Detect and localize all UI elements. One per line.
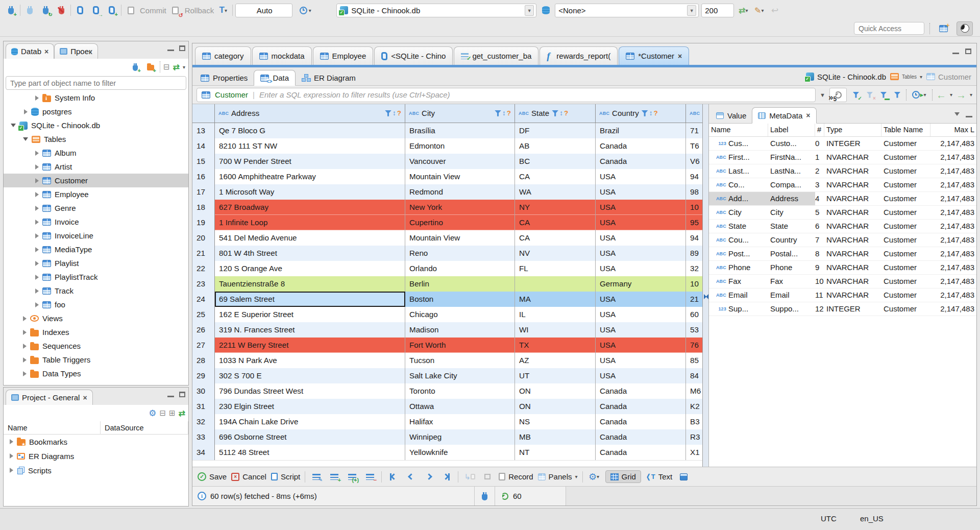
row-number-cell[interactable]: 34 (192, 445, 215, 460)
subtab[interactable]: ER Diagram (296, 70, 362, 86)
meta-maxlength-cell[interactable]: 2,147,483 (930, 233, 976, 247)
meta-ordinal-cell[interactable]: 1 (815, 151, 824, 164)
table-row[interactable]: ABCLast... LastNa... 2 NVARCHAR Customer… (709, 164, 976, 178)
city-cell[interactable]: Redmond (405, 184, 515, 200)
meta-maxlength-cell[interactable]: 2,147,483 (930, 164, 976, 178)
address-cell[interactable]: 8210 111 ST NW (215, 138, 405, 154)
meta-type-cell[interactable]: INTEGER (824, 137, 881, 150)
maximize-icon[interactable] (965, 49, 971, 54)
new-connection-icon[interactable]: + (129, 61, 141, 73)
row-number-header[interactable] (192, 104, 215, 123)
postalcode-cell[interactable]: 21 (686, 292, 702, 307)
city-cell[interactable]: Yellowknife (405, 445, 515, 460)
tree-item[interactable]: Album (4, 146, 188, 160)
address-cell[interactable]: 194A Chain Lake Drive (215, 414, 405, 429)
table-row[interactable]: 19 1 Infinite Loop Cupertino CA USA 95 (192, 215, 702, 230)
country-cell[interactable]: USA (596, 246, 686, 261)
link-with-editor-icon[interactable]: ⇄ (179, 408, 185, 418)
delete-row-icon[interactable]: − (363, 470, 377, 484)
fetch-size-input[interactable]: 200 (701, 4, 734, 17)
forward-arrow-icon[interactable]: → (956, 90, 966, 100)
meta-table-cell[interactable]: Customer (881, 261, 930, 274)
table-row[interactable]: 20 541 Del Medio Avenue Mountain View CA… (192, 230, 702, 246)
expand-all-icon[interactable]: ⊞ (169, 408, 176, 418)
table-row[interactable]: 28 1033 N Park Ave Tucson AZ USA 85 (192, 353, 702, 368)
tree-item[interactable]: foo (4, 298, 188, 311)
reconnect-icon[interactable]: ↻ (39, 4, 52, 17)
state-cell[interactable]: UT (515, 368, 596, 383)
city-cell[interactable]: Orlando (405, 261, 515, 276)
country-cell[interactable]: Germany (596, 276, 686, 292)
expand-arrow-icon[interactable] (35, 220, 39, 225)
meta-maxlength-cell[interactable]: 2,147,483 (930, 302, 976, 316)
meta-type-cell[interactable]: NVARCHAR (824, 288, 881, 302)
column-header-city[interactable]: ABC City ↕? (405, 104, 515, 123)
row-number-cell[interactable]: 22 (192, 261, 215, 276)
meta-maxlength-cell[interactable]: 2,147,483 (930, 247, 976, 260)
state-cell[interactable]: DF (515, 123, 596, 138)
row-number-cell[interactable]: 18 (192, 200, 215, 215)
state-cell[interactable]: NY (515, 200, 596, 215)
meta-table-cell[interactable]: Customer (881, 137, 930, 150)
row-number-cell[interactable]: 21 (192, 246, 215, 261)
breadcrumb-item[interactable]: Tables ▾ (890, 73, 922, 80)
meta-label-cell[interactable]: LastNa... (768, 164, 815, 178)
sort-icon[interactable]: ↕ (502, 109, 506, 117)
address-cell[interactable]: 541 Del Medio Avenue (215, 230, 405, 246)
city-cell[interactable]: Madison (405, 322, 515, 338)
meta-maxlength-cell[interactable]: 2,147,483 (930, 151, 976, 164)
expand-arrow-icon[interactable] (35, 275, 39, 280)
meta-name-cell[interactable]: ABCEmail (709, 288, 768, 302)
previous-row-icon[interactable] (404, 470, 418, 484)
minimize-icon[interactable] (167, 396, 174, 397)
postalcode-cell[interactable]: B3 (686, 414, 702, 429)
duplicate-row-icon[interactable]: (+) (346, 470, 359, 484)
panel-splitter[interactable] (703, 104, 709, 467)
table-row[interactable]: ABCState State 6 NVARCHAR Customer 2,147… (709, 220, 976, 233)
subtab[interactable]: Data (254, 70, 296, 86)
tree-item[interactable]: SQLite - Chinook.db (4, 118, 188, 132)
row-number-cell[interactable]: 23 (192, 276, 215, 292)
tree-item[interactable]: PlaylistTrack (4, 270, 188, 284)
city-cell[interactable]: Tucson (405, 353, 515, 368)
state-cell[interactable]: ON (515, 383, 596, 399)
postalcode-cell[interactable]: M6 (686, 383, 702, 399)
table-row[interactable]: 24 69 Salem Street Boston MA USA 21 (192, 292, 702, 307)
close-icon[interactable]: × (83, 394, 87, 402)
tab-database-navigator[interactable]: Datab× (6, 43, 54, 59)
schema-select[interactable]: <None> ▼ (555, 4, 699, 17)
expand-arrow-icon[interactable] (35, 206, 39, 211)
connect-icon[interactable] (23, 4, 36, 17)
sort-icon[interactable]: ↕ (559, 109, 563, 117)
edit-row-icon[interactable]: ✎ (310, 470, 323, 484)
tree-item[interactable]: MediaType (4, 243, 188, 256)
country-cell[interactable]: Canada (596, 138, 686, 154)
meta-label-cell[interactable]: Country (768, 233, 815, 247)
country-cell[interactable]: USA (596, 353, 686, 368)
tree-item[interactable]: Invoice (4, 215, 188, 229)
settings-gear-icon[interactable]: ⚙▾ (587, 470, 601, 484)
table-row[interactable]: ABCAdd... Address 4 NVARCHAR Customer 2,… (709, 192, 976, 206)
postalcode-cell[interactable]: 76 (686, 338, 702, 353)
add-row-icon[interactable]: + (328, 470, 341, 484)
meta-ordinal-cell[interactable]: 5 (815, 206, 824, 219)
collapse-all-icon[interactable]: ⊟ (159, 408, 166, 418)
auto-refresh-icon[interactable]: ▶▾ (910, 88, 928, 102)
city-cell[interactable]: Salt Lake City (405, 368, 515, 383)
table-row[interactable]: 15 700 W Pender Street Vancouver BC Cana… (192, 154, 702, 169)
meta-type-cell[interactable]: NVARCHAR (824, 261, 881, 274)
column-header-country[interactable]: ABC Country ↕? (596, 104, 686, 123)
state-cell[interactable]: AZ (515, 353, 596, 368)
postalcode-cell[interactable]: 53 (686, 322, 702, 338)
object-filter-box[interactable] (6, 76, 186, 90)
close-icon[interactable]: × (678, 52, 682, 60)
expand-arrow-icon[interactable] (10, 439, 13, 444)
row-number-cell[interactable]: 29 (192, 368, 215, 383)
tab-projects[interactable]: Проек (54, 43, 97, 59)
meta-name-cell[interactable]: ABCAdd... (709, 192, 768, 205)
table-row[interactable]: ABCPost... Postal... 8 NVARCHAR Customer… (709, 247, 976, 261)
postalcode-cell[interactable]: T6 (686, 138, 702, 154)
new-project-folder-icon[interactable]: + (144, 61, 157, 73)
state-cell[interactable]: TX (515, 338, 596, 353)
meta-ordinal-cell[interactable]: 8 (815, 247, 824, 260)
